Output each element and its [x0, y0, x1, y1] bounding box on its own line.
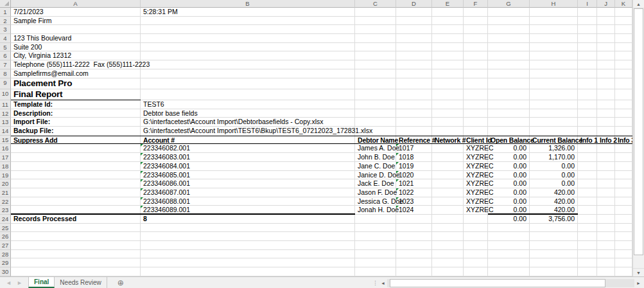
sheet-grid[interactable]: 1 7/21/2023 5:28:31 PM 2 Sample Firm 3 4… [0, 8, 632, 276]
cell-current-balance-total[interactable]: 3,756.00 [530, 215, 578, 223]
select-all-button[interactable] [0, 0, 11, 8]
column-header-g[interactable]: G [488, 0, 530, 8]
cell-template-value[interactable]: TEST6 [141, 100, 355, 109]
cell-debtor-name[interactable]: John B. Doe [355, 153, 396, 161]
header-open-balance[interactable]: Open Balance [488, 136, 530, 144]
cell-reference[interactable]: 1020 [396, 171, 432, 179]
header-info3[interactable]: Info 3 [615, 136, 632, 144]
header-info1[interactable]: Info 1 [578, 136, 597, 144]
cell-backup-label[interactable]: Backup File: [11, 127, 141, 136]
cell-client-id[interactable]: XYZREC [464, 179, 488, 188]
vertical-scrollbar-thumb[interactable] [634, 8, 643, 255]
cell-records-processed-label[interactable]: Records Processed [11, 215, 141, 223]
cell-current-balance[interactable]: 420.00 [530, 206, 578, 214]
row-header[interactable]: 9 [0, 78, 11, 90]
cell-report-title[interactable]: Final Report [11, 89, 141, 100]
row-header[interactable]: 6 [0, 51, 11, 60]
cell-current-balance[interactable]: 1,326.00 [530, 144, 578, 152]
horizontal-scrollbar[interactable]: ◄ ► [379, 278, 643, 287]
column-header-e[interactable]: E [432, 0, 464, 8]
row-header[interactable]: 8 [0, 69, 11, 78]
cell-current-balance[interactable]: 420.00 [530, 188, 578, 197]
cell-open-balance[interactable]: 0.00 [488, 153, 530, 161]
row-header[interactable]: 16 [0, 144, 11, 153]
row-header[interactable]: 26 [0, 232, 11, 241]
tab-needs-review[interactable]: Needs Review [55, 277, 107, 288]
cell-account[interactable]: 223346087.001 [141, 188, 355, 197]
header-network[interactable]: Network # [432, 136, 464, 144]
cell-current-balance[interactable]: 1,170.00 [530, 153, 578, 161]
cell-account[interactable]: 223346084.001 [141, 162, 355, 170]
row-header[interactable]: 18 [0, 162, 11, 171]
header-current-balance[interactable]: Current Balance [530, 136, 578, 144]
row-header[interactable]: 19 [0, 171, 11, 180]
scroll-right-icon[interactable]: ► [634, 279, 643, 287]
header-reference[interactable]: Reference # [396, 136, 432, 144]
cell-debtor-name[interactable]: Jonah H. Doe [355, 206, 396, 214]
scroll-down-icon[interactable]: ▼ [633, 268, 644, 276]
row-header[interactable]: 17 [0, 153, 11, 162]
row-header[interactable]: 3 [0, 25, 11, 34]
row-header[interactable]: 1 [0, 8, 11, 17]
row-header[interactable]: 12 [0, 109, 11, 118]
cell-firm-email[interactable]: Samplefirms@email.com [11, 69, 141, 78]
column-header-k[interactable]: K [615, 0, 632, 8]
row-header[interactable]: 2 [0, 17, 11, 26]
cell-client-id[interactable]: XYZREC [464, 171, 488, 179]
row-header[interactable]: 30 [0, 267, 11, 276]
cell-reference[interactable]: 1017 [396, 144, 432, 152]
cell-client-id[interactable]: XYZREC [464, 206, 488, 214]
row-header[interactable]: 24 [0, 215, 11, 224]
cell-client-id[interactable]: XYZREC [464, 188, 488, 197]
row-header[interactable]: 14 [0, 127, 11, 136]
cell-open-balance[interactable]: 0.00 [488, 179, 530, 188]
cell-template-label[interactable]: Template Id: [11, 100, 141, 109]
cell-import-label[interactable]: Import File: [11, 118, 141, 126]
cell-account[interactable]: 223346083.001 [141, 153, 355, 161]
cell-firm-city[interactable]: City, Virginia 12312 [11, 51, 141, 60]
row-header[interactable]: 28 [0, 250, 11, 259]
cell-firm-name[interactable]: Sample Firm [11, 17, 141, 25]
cell-report-date[interactable]: 7/21/2023 [11, 8, 141, 16]
cell-open-balance[interactable]: 0.00 [488, 162, 530, 170]
cell-client-id[interactable]: XYZREC [464, 153, 488, 161]
scroll-up-icon[interactable]: ▲ [633, 0, 644, 8]
cell-reference[interactable]: 1018 [396, 153, 432, 161]
column-header-a[interactable]: A [11, 0, 141, 8]
column-header-c[interactable]: C [355, 0, 396, 8]
scroll-left-icon[interactable]: ◄ [379, 279, 387, 287]
cell-account[interactable]: 223346082.001 [141, 144, 355, 152]
row-header[interactable]: 5 [0, 43, 11, 52]
cell-firm-phone-fax[interactable]: Telephone (555)111-2222 Fax (555)111-222… [11, 60, 141, 69]
cell-description-value[interactable]: Debtor base fields [141, 109, 355, 118]
next-sheet-icon[interactable]: ► [17, 280, 22, 286]
header-account[interactable]: Account # [141, 136, 355, 144]
row-header[interactable]: 15 [0, 136, 11, 145]
row-header[interactable]: 25 [0, 224, 11, 233]
column-header-d[interactable]: D [396, 0, 432, 8]
cell-reference[interactable]: 1021 [396, 179, 432, 188]
cell-current-balance[interactable]: 0.00 [530, 171, 578, 179]
cell-product-name[interactable]: Placement Pro [11, 78, 141, 89]
cell-firm-suite[interactable]: Suite 200 [11, 43, 141, 51]
cell-debtor-name[interactable]: Janice D. Doe [355, 171, 396, 179]
row-header[interactable]: 29 [0, 258, 11, 267]
cell-account[interactable]: 223346085.001 [141, 171, 355, 179]
row-header[interactable]: 7 [0, 60, 11, 69]
header-debtor-name[interactable]: Debtor Name [355, 136, 396, 144]
cell-debtor-name[interactable]: James A. Doe [355, 144, 396, 152]
cell-current-balance[interactable]: 0.00 [530, 162, 578, 170]
cell-account[interactable]: 223346086.001 [141, 179, 355, 188]
cell-current-balance[interactable]: 0.00 [530, 179, 578, 188]
row-header[interactable]: 23 [0, 206, 11, 215]
vertical-scrollbar[interactable]: ▲ ▼ [632, 0, 644, 276]
cell-open-balance[interactable]: 0.00 [488, 188, 530, 197]
cell-debtor-name[interactable]: Jason F. Doe [355, 188, 396, 197]
cell-records-processed-count[interactable]: 8 [141, 215, 355, 223]
column-header-b[interactable]: B [141, 0, 355, 8]
cell-open-balance-total[interactable]: 0.00 [488, 215, 530, 223]
row-header[interactable]: 10 [0, 89, 11, 100]
cell-debtor-name[interactable]: Jane C. Doe [355, 162, 396, 170]
row-header[interactable]: 20 [0, 179, 11, 188]
cell-reference[interactable]: 1023 [396, 197, 432, 206]
